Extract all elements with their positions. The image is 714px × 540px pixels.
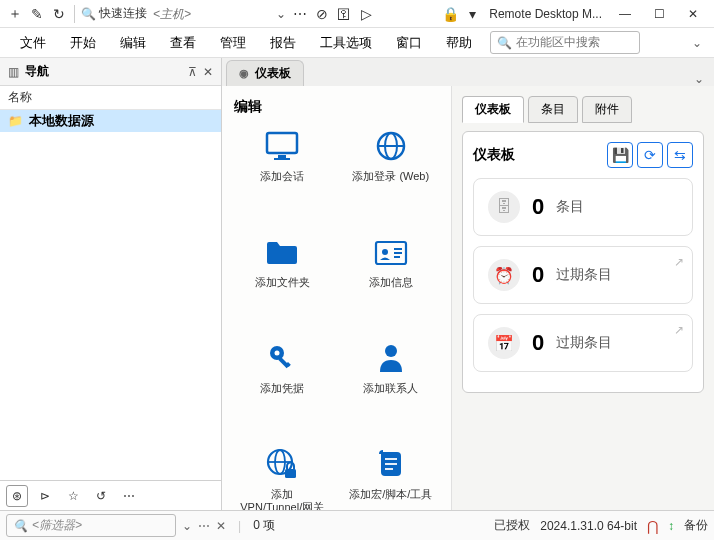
nav-star-button[interactable]: ☆ [62, 485, 84, 507]
nav-tree: 📁 本地数据源 [0, 110, 221, 480]
menu-report[interactable]: 报告 [262, 30, 304, 56]
menu-help[interactable]: 帮助 [438, 30, 480, 56]
dashboard-panel-title: 仪表板 [473, 146, 515, 164]
license-status: 已授权 [494, 517, 530, 534]
more-button[interactable]: ⋯ [289, 3, 311, 25]
filter-more[interactable]: ⋯ [198, 519, 210, 533]
nav-history-button[interactable]: ↺ [90, 485, 112, 507]
folder-icon: 📁 [8, 114, 23, 128]
lock-icon[interactable]: 🔒 [439, 3, 461, 25]
menu-tool-options[interactable]: 工具选项 [312, 30, 380, 56]
add-info[interactable]: 添加信息 [337, 232, 446, 324]
add-credential[interactable]: 添加凭据 [228, 338, 337, 430]
card-expired-1[interactable]: ↗ ⏰ 0 过期条目 [473, 246, 693, 304]
title-bar: ＋ ✎ ↻ 🔍 快速连接 ⌄ ⋯ ⊘ ⚿ ▷ 🔒 ▾ Remote Deskto… [0, 0, 714, 28]
add-login-web[interactable]: 添加登录 (Web) [337, 126, 446, 218]
menu-file[interactable]: 文件 [12, 30, 54, 56]
add-folder[interactable]: 添加文件夹 [228, 232, 337, 324]
dashboard-save-button[interactable]: 💾 [607, 142, 633, 168]
tree-root-label: 本地数据源 [29, 112, 94, 130]
calendar-icon: 📅 [488, 327, 520, 359]
add-macro[interactable]: 添加宏/脚本/工具 [337, 444, 446, 510]
add-vpn[interactable]: 添加 VPN/Tunnel/网关 [228, 444, 337, 510]
quick-connect-label: 快速连接 [99, 5, 147, 22]
menu-view[interactable]: 查看 [162, 30, 204, 56]
backup-icon[interactable]: ↕ [668, 519, 674, 533]
target-icon[interactable]: ⊘ [311, 3, 333, 25]
nav-panel-icon: ▥ [8, 65, 19, 79]
add-contact[interactable]: 添加联系人 [337, 338, 446, 430]
open-external-icon[interactable]: ↗ [674, 323, 684, 337]
script-icon [371, 444, 411, 484]
dashboard-tab-icon: ◉ [239, 67, 249, 80]
host-dropdown[interactable]: ⌄ [273, 7, 289, 21]
ribbon-collapse-chevron[interactable]: ⌄ [692, 36, 702, 50]
filter-search-icon: 🔍 [13, 519, 28, 533]
tabstrip-chevron[interactable]: ⌄ [694, 72, 704, 86]
dtab-dashboard[interactable]: 仪表板 [462, 96, 524, 123]
nav-column-header[interactable]: 名称 [0, 86, 221, 110]
svg-rect-1 [278, 155, 286, 158]
svg-rect-2 [274, 158, 290, 160]
globe-icon [371, 126, 411, 166]
pin-icon[interactable]: ⊼ [188, 65, 197, 79]
nav-header: ▥ 导航 ⊼ ✕ [0, 58, 221, 86]
tab-dashboard[interactable]: ◉ 仪表板 [226, 60, 304, 86]
tree-root-item[interactable]: 📁 本地数据源 [0, 110, 221, 132]
dashboard-header: 仪表板 💾 ⟳ ⇆ [473, 142, 693, 168]
right-content: 编辑 添加会话 添加登录 (Web) [222, 86, 714, 510]
dashboard-tabs: 仪表板 条目 附件 [462, 96, 704, 123]
dashboard-refresh-button[interactable]: ⟳ [637, 142, 663, 168]
edit-heading: 编辑 [234, 98, 439, 116]
filter-placeholder: <筛选器> [32, 517, 82, 534]
nav-play-button[interactable]: ⊳ [34, 485, 56, 507]
card-entries[interactable]: 🗄 0 条目 [473, 178, 693, 236]
search-icon: 🔍 [79, 7, 97, 21]
ribbon-search-placeholder: 在功能区中搜索 [516, 34, 600, 51]
search-icon: 🔍 [497, 36, 512, 50]
navigation-panel: ▥ 导航 ⊼ ✕ 名称 📁 本地数据源 ⊛ ⊳ ☆ ↺ ⋯ [0, 58, 222, 510]
folder-icon [262, 232, 302, 272]
menu-start[interactable]: 开始 [62, 30, 104, 56]
add-credential-label: 添加凭据 [260, 382, 304, 395]
host-input[interactable] [153, 7, 273, 21]
id-card-icon [371, 232, 411, 272]
open-external-icon[interactable]: ↗ [674, 255, 684, 269]
new-button[interactable]: ＋ [4, 3, 26, 25]
close-button[interactable]: ✕ [676, 3, 710, 25]
filter-input[interactable]: 🔍 <筛选器> [6, 514, 176, 537]
card-expired2-count: 0 [532, 330, 544, 356]
overflow-dropdown[interactable]: ▾ [461, 3, 483, 25]
nav-title: 导航 [25, 63, 49, 80]
menu-manage[interactable]: 管理 [212, 30, 254, 56]
minimize-button[interactable]: — [608, 3, 642, 25]
filter-dropdown[interactable]: ⌄ [182, 519, 192, 533]
dtab-entries[interactable]: 条目 [528, 96, 578, 123]
card-expired-2[interactable]: ↗ 📅 0 过期条目 [473, 314, 693, 372]
nav-close-icon[interactable]: ✕ [203, 65, 213, 79]
drawer-icon: 🗄 [488, 191, 520, 223]
add-session[interactable]: 添加会话 [228, 126, 337, 218]
filter-clear[interactable]: ✕ [216, 519, 226, 533]
key-icon [262, 338, 302, 378]
ribbon-search[interactable]: 🔍 在功能区中搜索 [490, 31, 640, 54]
card-expired1-count: 0 [532, 262, 544, 288]
svg-point-7 [382, 249, 388, 255]
key-icon[interactable]: ⚿ [333, 3, 355, 25]
nav-more-button[interactable]: ⋯ [118, 485, 140, 507]
status-magnet-icon[interactable]: ⋂ [647, 518, 658, 534]
edit-pencil-button[interactable]: ✎ [26, 3, 48, 25]
play-icon[interactable]: ▷ [355, 3, 377, 25]
backup-label[interactable]: 备份 [684, 517, 708, 534]
dashboard-settings-button[interactable]: ⇆ [667, 142, 693, 168]
refresh-button[interactable]: ↻ [48, 3, 70, 25]
person-icon [371, 338, 411, 378]
maximize-button[interactable]: ☐ [642, 3, 676, 25]
nav-gear-button[interactable]: ⊛ [6, 485, 28, 507]
svg-rect-0 [267, 133, 297, 153]
menu-edit[interactable]: 编辑 [112, 30, 154, 56]
menu-window[interactable]: 窗口 [388, 30, 430, 56]
add-vpn-label: 添加 VPN/Tunnel/网关 [240, 488, 324, 510]
dashboard-column: 仪表板 条目 附件 仪表板 💾 ⟳ ⇆ 🗄 [452, 86, 714, 510]
dtab-attach[interactable]: 附件 [582, 96, 632, 123]
